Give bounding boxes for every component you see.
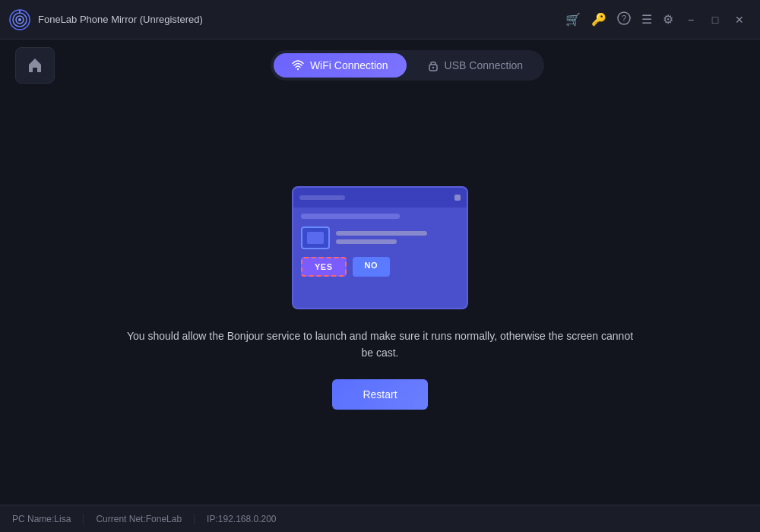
toolbar: WiFi Connection USB Connection — [0, 40, 760, 91]
mock-dialog-titlebar — [293, 188, 467, 207]
ip-status: IP:192.168.0.200 — [207, 514, 276, 524]
help-icon[interactable]: ? — [617, 11, 631, 28]
mock-no-button: NO — [353, 257, 391, 277]
usb-tab-label: USB Connection — [445, 59, 524, 71]
svg-point-3 — [18, 18, 21, 21]
menu-icon[interactable]: ☰ — [641, 12, 652, 27]
mock-close-dot — [454, 195, 461, 201]
settings-icon[interactable]: ⚙ — [663, 12, 673, 27]
pc-name-status: PC Name:Lisa — [12, 514, 71, 524]
key-icon[interactable]: 🔑 — [591, 12, 606, 27]
app-title: FoneLab Phone Mirror (Unregistered) — [38, 14, 565, 25]
status-divider-1 — [83, 514, 84, 524]
home-icon — [27, 57, 43, 74]
mock-icon-inner — [307, 232, 324, 244]
svg-point-9 — [432, 67, 433, 68]
mock-text-lines — [336, 231, 427, 244]
mock-text-line-1 — [336, 231, 427, 236]
mock-title-line — [301, 214, 400, 219]
mock-text-line-2 — [336, 239, 397, 244]
bonjour-message: You should allow the Bonjour service to … — [122, 328, 638, 362]
restart-button[interactable]: Restart — [332, 379, 427, 410]
status-divider-2 — [194, 514, 195, 524]
current-net-status: Current Net:FoneLab — [96, 514, 182, 524]
status-bar: PC Name:Lisa Current Net:FoneLab IP:192.… — [0, 505, 760, 532]
app-logo — [9, 9, 30, 30]
mock-dialog-body: YES NO — [293, 207, 467, 283]
minimize-button[interactable]: − — [679, 8, 702, 31]
mock-buttons: YES NO — [301, 257, 459, 277]
connection-tabs: WiFi Connection USB Connection — [271, 50, 544, 81]
main-content: WiFi Connection USB Connection — [0, 40, 760, 505]
usb-connection-tab[interactable]: USB Connection — [410, 53, 542, 78]
dialog-area: YES NO You should allow the Bonjour serv… — [0, 91, 760, 505]
mock-dialog-titletext — [299, 195, 345, 200]
window-controls: − □ ✕ — [679, 8, 751, 31]
close-button[interactable]: ✕ — [728, 8, 751, 31]
mock-content-row — [301, 226, 459, 249]
mock-icon-box — [301, 226, 330, 249]
title-bar: FoneLab Phone Mirror (Unregistered) 🛒 🔑 … — [0, 0, 760, 40]
mock-dialog-illustration: YES NO — [292, 186, 468, 309]
svg-point-7 — [297, 68, 299, 70]
title-actions: 🛒 🔑 ? ☰ ⚙ — [565, 11, 673, 28]
wifi-connection-tab[interactable]: WiFi Connection — [274, 53, 407, 78]
wifi-tab-label: WiFi Connection — [310, 59, 388, 71]
wifi-icon — [292, 59, 304, 71]
usb-lock-icon — [428, 59, 439, 71]
maximize-button[interactable]: □ — [704, 8, 727, 31]
mock-yes-button: YES — [301, 257, 347, 277]
svg-text:?: ? — [622, 14, 626, 23]
home-button[interactable] — [15, 47, 55, 84]
cart-icon[interactable]: 🛒 — [565, 12, 581, 27]
